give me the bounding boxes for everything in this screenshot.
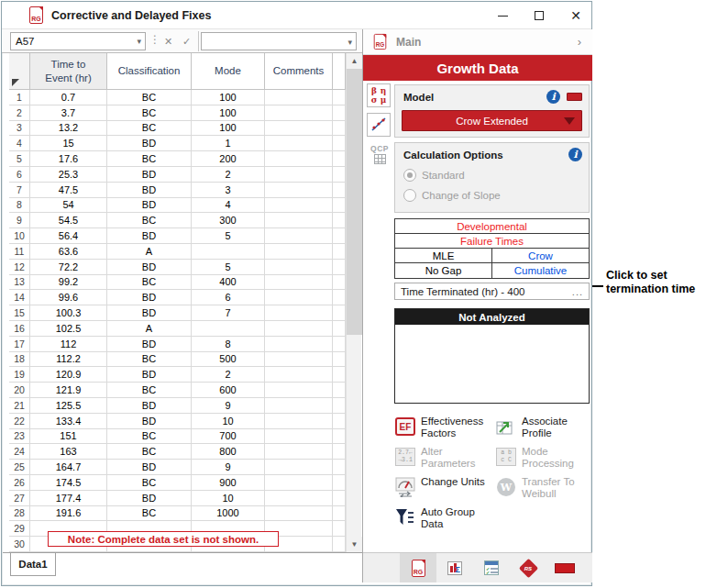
sheet-cell[interactable]: 63.6: [30, 244, 107, 260]
row-number[interactable]: 14: [9, 290, 30, 305]
sheet-cell[interactable]: 4: [192, 198, 265, 214]
termination-time-field[interactable]: Time Terminated (hr) - 400 ...: [394, 283, 590, 300]
sheet-cell[interactable]: 5: [192, 228, 265, 244]
sheet-cell[interactable]: BC: [107, 90, 192, 105]
sheet-cell[interactable]: [265, 460, 333, 475]
row-number[interactable]: 17: [9, 337, 30, 352]
row-number[interactable]: 19: [9, 367, 30, 383]
sheet-cell[interactable]: 600: [192, 383, 265, 398]
sheet-cell[interactable]: 191.6: [30, 506, 107, 522]
sheet-cell[interactable]: [265, 444, 333, 460]
growth-data-tab[interactable]: RG: [400, 553, 436, 582]
panel-nav-bar[interactable]: RG Main ›: [363, 29, 592, 55]
calculation-options-info-icon[interactable]: i: [568, 148, 582, 161]
sheet-cell[interactable]: 54: [30, 198, 107, 214]
sheet-cell[interactable]: [265, 491, 333, 506]
sheet-cell[interactable]: 8: [192, 337, 265, 352]
sheet-cell[interactable]: 25.3: [30, 167, 107, 183]
maximize-button[interactable]: [525, 2, 553, 29]
sheet-cell[interactable]: BD: [107, 337, 192, 352]
reliasoft-tab[interactable]: RS: [510, 553, 546, 582]
sheet-cell[interactable]: BD: [107, 198, 192, 214]
data-type-cell[interactable]: Developmental: [395, 219, 589, 233]
data-subtype-cell[interactable]: Failure Times: [395, 234, 589, 248]
sheet-cell[interactable]: 56.4: [30, 228, 107, 244]
row-number[interactable]: 20: [9, 383, 30, 398]
row-number[interactable]: 9: [9, 213, 30, 228]
row-number[interactable]: 21: [9, 398, 30, 414]
sheet-cell[interactable]: [265, 275, 333, 291]
sheet-cell[interactable]: 112: [30, 337, 107, 352]
sheet-cell[interactable]: [265, 90, 333, 105]
vertical-scrollbar[interactable]: ▲ ▼: [346, 53, 361, 552]
row-number[interactable]: 10: [9, 228, 30, 244]
sheet-cell[interactable]: 13.2: [30, 121, 107, 137]
column-header-time-to-event[interactable]: Time toEvent (hr): [30, 53, 107, 90]
row-number[interactable]: 29: [9, 521, 30, 537]
sheet-cell[interactable]: 7: [192, 305, 265, 321]
sheet-cell[interactable]: [265, 244, 333, 260]
row-number[interactable]: 25: [9, 460, 30, 475]
row-number[interactable]: 2: [9, 105, 30, 121]
scroll-up-button[interactable]: ▲: [347, 53, 362, 69]
row-number[interactable]: 1: [9, 90, 30, 105]
sheet-cell[interactable]: BD: [107, 305, 192, 321]
sheet-cell[interactable]: BD: [107, 460, 192, 475]
sheet-cell[interactable]: BC: [107, 444, 192, 460]
sheet-cell[interactable]: BC: [107, 275, 192, 291]
sheet-cell[interactable]: 99.6: [30, 290, 107, 305]
sheet-cell[interactable]: BD: [107, 290, 192, 305]
sheet-cell[interactable]: 6: [192, 290, 265, 305]
qcp-button[interactable]: QCP: [367, 144, 392, 164]
sheet-cell[interactable]: 15: [30, 136, 107, 151]
change-units-button[interactable]: Change Units: [394, 476, 495, 500]
sheet-cell[interactable]: [265, 414, 333, 429]
row-number[interactable]: 16: [9, 321, 30, 337]
cell-reference-box[interactable]: A57 ▾: [10, 32, 146, 50]
sheet-cell[interactable]: BC: [107, 352, 192, 368]
row-number[interactable]: 24: [9, 444, 30, 460]
sheet-cell[interactable]: 9: [192, 398, 265, 414]
sheet-cell[interactable]: 10: [192, 491, 265, 506]
sheet-cell[interactable]: [265, 167, 333, 183]
plot-button[interactable]: [367, 113, 391, 137]
sheet-cell[interactable]: 500: [192, 352, 265, 368]
row-number[interactable]: 18: [9, 352, 30, 368]
row-number[interactable]: 27: [9, 491, 30, 506]
formula-input[interactable]: ▾: [201, 32, 357, 50]
sheet-cell[interactable]: [265, 136, 333, 151]
sheet-cell[interactable]: 120.9: [30, 367, 107, 383]
row-number[interactable]: 3: [9, 121, 30, 137]
sheet-cell[interactable]: [265, 228, 333, 244]
sheet-cell[interactable]: 300: [192, 213, 265, 228]
sheet-cell[interactable]: 700: [192, 429, 265, 445]
sheet-cell[interactable]: [265, 213, 333, 228]
minimize-button[interactable]: [489, 2, 516, 29]
row-number[interactable]: 15: [9, 305, 30, 321]
chevron-right-icon[interactable]: ›: [578, 35, 581, 49]
cell-reference-dropdown-icon[interactable]: ▾: [137, 37, 141, 46]
close-button[interactable]: ✕: [562, 2, 590, 29]
sheet-cell[interactable]: 800: [192, 444, 265, 460]
sheet-cell[interactable]: 72.2: [30, 260, 107, 275]
row-number[interactable]: 22: [9, 414, 30, 429]
sheet-cell[interactable]: [265, 352, 333, 368]
model-red-chip-icon[interactable]: [567, 93, 582, 101]
sheet-cell[interactable]: [192, 244, 265, 260]
sheet-cell[interactable]: BC: [107, 213, 192, 228]
sheet-cell[interactable]: [265, 151, 333, 167]
auto-group-data-button[interactable]: Auto Group Data: [394, 506, 495, 530]
sheet-cell[interactable]: 0.7: [30, 90, 107, 105]
sheet-cell[interactable]: 100.3: [30, 305, 107, 321]
sheet-cell[interactable]: [265, 321, 333, 337]
radio-standard[interactable]: Standard: [403, 169, 589, 182]
row-number[interactable]: 8: [9, 198, 30, 214]
row-number[interactable]: 30: [9, 537, 30, 552]
sheet-cell[interactable]: 100: [192, 121, 265, 137]
sheet-cell[interactable]: BD: [107, 491, 192, 506]
sheet-cell[interactable]: BC: [107, 429, 192, 445]
sheet-cell[interactable]: 164.7: [30, 460, 107, 475]
sheet-cell[interactable]: [265, 290, 333, 305]
sheet-cell[interactable]: 3.7: [30, 105, 107, 121]
sheet-cell[interactable]: BC: [107, 105, 192, 121]
